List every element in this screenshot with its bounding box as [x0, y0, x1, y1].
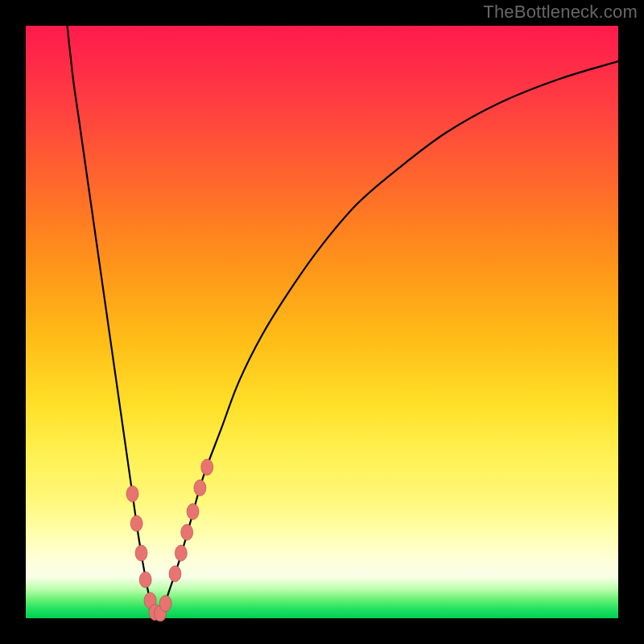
plot-area — [26, 26, 618, 618]
watermark-text: TheBottleneck.com — [483, 2, 638, 23]
marker-point — [201, 459, 213, 475]
curve-svg — [26, 26, 618, 618]
chart-frame: TheBottleneck.com — [0, 0, 644, 644]
marker-point — [135, 545, 147, 561]
marker-point — [159, 596, 171, 612]
marker-point — [139, 572, 151, 588]
bottleneck-curve — [68, 26, 618, 617]
marker-point — [181, 524, 193, 540]
marker-point — [175, 545, 187, 561]
marker-point — [194, 480, 206, 496]
marker-point — [187, 504, 199, 520]
marker-point — [126, 485, 138, 502]
marker-point — [169, 566, 181, 582]
marker-point — [130, 515, 142, 531]
